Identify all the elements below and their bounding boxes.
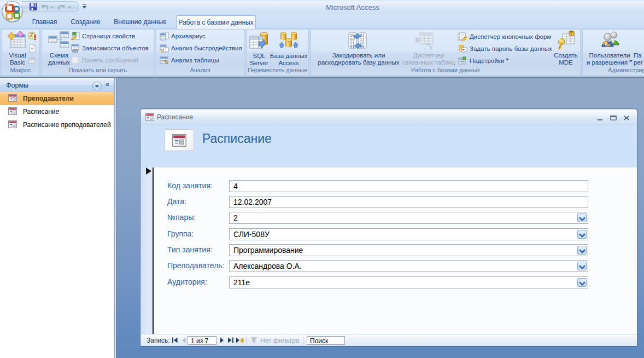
svg-text:*: *	[462, 48, 465, 53]
svg-text:01: 01	[350, 44, 354, 49]
svg-text:Z: Z	[30, 32, 33, 38]
